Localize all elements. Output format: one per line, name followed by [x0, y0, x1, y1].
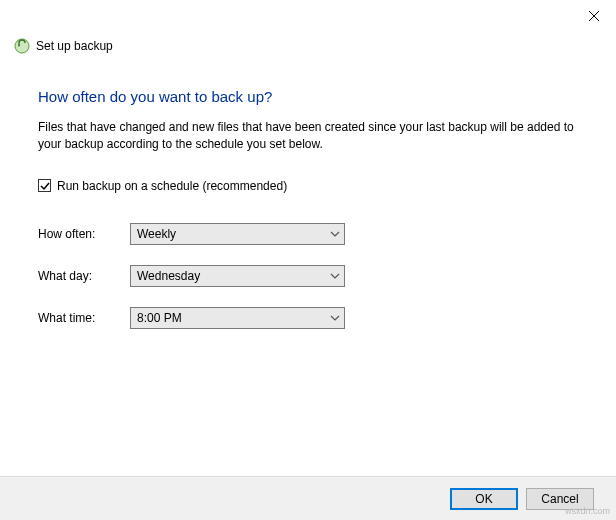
what-time-dropdown[interactable]: 8:00 PM [130, 307, 345, 329]
what-day-value: Wednesday [137, 269, 200, 283]
dialog-footer: OK Cancel [0, 476, 616, 520]
how-often-row: How often: Weekly [38, 223, 578, 245]
chevron-down-icon [330, 229, 340, 239]
how-often-label: How often: [38, 227, 130, 241]
backup-icon [14, 38, 30, 54]
schedule-checkbox-row: Run backup on a schedule (recommended) [38, 179, 578, 193]
cancel-button[interactable]: Cancel [526, 488, 594, 510]
how-often-dropdown[interactable]: Weekly [130, 223, 345, 245]
what-time-value: 8:00 PM [137, 311, 182, 325]
what-time-row: What time: 8:00 PM [38, 307, 578, 329]
what-time-label: What time: [38, 311, 130, 325]
content-area: How often do you want to back up? Files … [38, 88, 578, 349]
what-day-row: What day: Wednesday [38, 265, 578, 287]
ok-button-label: OK [475, 492, 492, 506]
close-icon [589, 11, 599, 21]
cancel-button-label: Cancel [541, 492, 578, 506]
ok-button[interactable]: OK [450, 488, 518, 510]
svg-point-2 [15, 39, 29, 53]
how-often-value: Weekly [137, 227, 176, 241]
schedule-checkbox[interactable] [38, 179, 51, 192]
what-day-dropdown[interactable]: Wednesday [130, 265, 345, 287]
page-heading: How often do you want to back up? [38, 88, 578, 105]
page-description: Files that have changed and new files th… [38, 119, 578, 153]
window-title: Set up backup [36, 39, 113, 53]
checkmark-icon [40, 181, 50, 191]
chevron-down-icon [330, 271, 340, 281]
schedule-checkbox-label: Run backup on a schedule (recommended) [57, 179, 287, 193]
chevron-down-icon [330, 313, 340, 323]
window-header: Set up backup [14, 38, 113, 54]
what-day-label: What day: [38, 269, 130, 283]
close-button[interactable] [586, 8, 602, 24]
